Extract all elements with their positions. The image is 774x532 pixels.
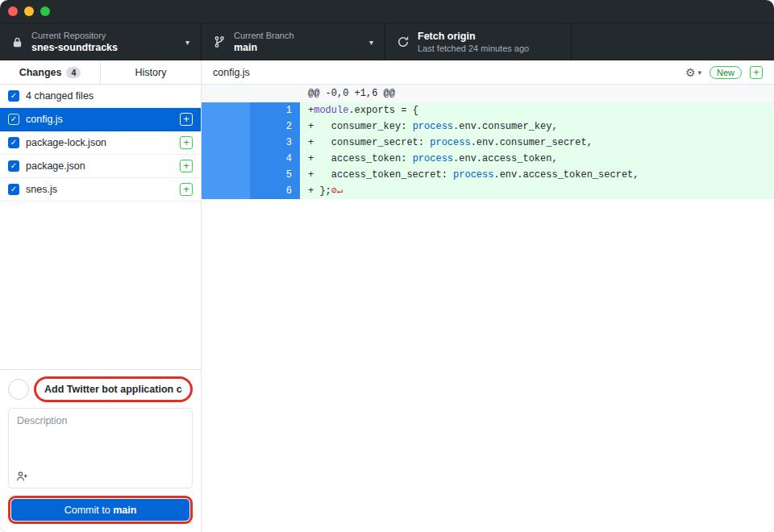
commit-area: Commit to main (0, 369, 201, 532)
file-name: package.json (26, 160, 85, 172)
diff-view: @@ -0,0 +1,6 @@1+module.exports = {2+ co… (202, 85, 774, 532)
diff-gutter-old[interactable] (202, 102, 250, 118)
diff-gutter-new[interactable]: 6 (250, 183, 300, 199)
diff-gutter-old[interactable] (202, 183, 250, 199)
repository-name: snes-soundtracks (31, 41, 118, 54)
code-segment: process (413, 121, 453, 132)
chevron-down-icon: ▾ (363, 38, 373, 47)
diff-code: + access_token_secret: process.env.acces… (300, 167, 774, 183)
tab-history-label: History (135, 67, 167, 78)
diff-line[interactable]: 6+ };⊘↵ (202, 183, 774, 199)
hunk-header-row: @@ -0,0 +1,6 @@ (202, 85, 774, 102)
file-name: package-lock.json (26, 137, 106, 148)
plus-square-icon[interactable]: + (750, 66, 763, 79)
file-row[interactable]: ✓config.js+ (0, 108, 201, 131)
code-segment: .exports = { (348, 105, 418, 116)
diff-gutter-new[interactable]: 3 (250, 135, 300, 151)
diff-code: + };⊘↵ (300, 183, 774, 199)
diff-line[interactable]: 1+module.exports = { (202, 102, 774, 118)
diff-line[interactable]: 2+ consumer_key: process.env.consumer_ke… (202, 118, 774, 135)
main-panel: config.js ⚙ ▾ New + @@ -0,0 +1,6 @@1+mod… (202, 60, 774, 532)
hunk-gutter (202, 85, 250, 102)
repository-picker[interactable]: Current Repository snes-soundtracks ▾ (0, 23, 202, 60)
code-segment: process (430, 137, 470, 148)
changed-files-summary-row: ✓ 4 changed files (0, 85, 201, 108)
diff-gutter-new[interactable]: 4 (250, 151, 300, 167)
code-segment: module (314, 105, 348, 116)
add-coauthor-icon[interactable] (15, 470, 28, 483)
commit-summary-row (8, 376, 193, 402)
diff-gutter-old[interactable] (202, 135, 250, 151)
code-segment: + }; (308, 185, 331, 197)
plus-icon[interactable]: + (180, 183, 193, 196)
sidebar: Changes 4 History ✓ 4 changed files ✓con… (0, 60, 202, 532)
diff-options-button[interactable]: ⚙ ▾ (685, 67, 701, 78)
diff-file-header: config.js ⚙ ▾ New + (202, 60, 774, 85)
commit-summary-input[interactable] (36, 379, 190, 400)
code-segment: .env.access_token_secret, (493, 169, 639, 181)
plus-icon[interactable]: + (180, 160, 193, 172)
file-checkbox[interactable]: ✓ (8, 137, 19, 148)
code-segment: .env.consumer_key, (453, 121, 558, 132)
file-checkbox[interactable]: ✓ (8, 114, 19, 125)
plus-icon[interactable]: + (180, 136, 193, 149)
branch-picker[interactable]: Current Branch main ▾ (202, 23, 385, 60)
branch-label: Current Branch (234, 30, 294, 41)
diff-code: + access_token: process.env.access_token… (300, 151, 774, 167)
tab-changes-label: Changes (19, 67, 62, 78)
file-checkbox[interactable]: ✓ (8, 160, 19, 172)
diff-code: +module.exports = { (300, 102, 774, 118)
diff-code: + consumer_secret: process.env.consumer_… (300, 135, 774, 151)
code-segment: .env.consumer_secret, (471, 137, 593, 148)
code-segment: + consumer_key: (308, 121, 413, 132)
commit-button[interactable]: Commit to main (11, 499, 189, 521)
code-segment: + access_token_secret: (308, 169, 453, 181)
changed-files-count: 4 changed files (26, 90, 94, 102)
diff-code: + consumer_key: process.env.consumer_key… (300, 118, 774, 135)
commit-description-input[interactable] (9, 409, 192, 467)
repository-label: Current Repository (31, 30, 118, 41)
file-checkbox[interactable]: ✓ (8, 184, 19, 195)
diff-gutter-old[interactable] (202, 151, 250, 167)
select-all-checkbox[interactable]: ✓ (8, 90, 19, 102)
fetch-origin-button[interactable]: Fetch origin Last fetched 24 minutes ago (385, 23, 572, 60)
zoom-button[interactable] (40, 6, 50, 16)
new-file-badge: New (710, 66, 742, 79)
code-segment: .env.access_token, (453, 153, 558, 164)
hunk-header-text: @@ -0,0 +1,6 @@ (300, 85, 774, 102)
file-row[interactable]: ✓package-lock.json+ (0, 131, 201, 155)
app-window: Current Repository snes-soundtracks ▾ Cu… (0, 0, 774, 532)
commit-button-branch: main (113, 505, 136, 516)
commit-button-prefix: Commit to (64, 505, 113, 516)
diff-line[interactable]: 5+ access_token_secret: process.env.acce… (202, 167, 774, 183)
gear-icon: ⚙ (685, 67, 696, 78)
diff-filename: config.js (213, 67, 250, 78)
chevron-down-icon: ▾ (179, 38, 189, 47)
annotation-highlight-summary (34, 376, 193, 402)
chevron-down-icon: ▾ (697, 69, 701, 77)
changes-count-badge: 4 (66, 67, 81, 78)
minimize-button[interactable] (24, 6, 34, 16)
code-segment: + consumer_secret: (308, 137, 430, 148)
file-row[interactable]: ✓package.json+ (0, 155, 201, 178)
branch-icon (213, 35, 226, 48)
tab-changes[interactable]: Changes 4 (0, 60, 101, 84)
toolbar: Current Repository snes-soundtracks ▾ Cu… (0, 23, 774, 60)
diff-header-controls: ⚙ ▾ New + (685, 66, 763, 79)
sync-icon (397, 35, 410, 48)
diff-gutter-new[interactable]: 5 (250, 167, 300, 183)
file-row[interactable]: ✓snes.js+ (0, 178, 201, 202)
diff-gutter-new[interactable]: 1 (250, 102, 300, 118)
file-list: ✓config.js+✓package-lock.json+✓package.j… (0, 108, 201, 369)
close-button[interactable] (8, 6, 18, 16)
diff-line[interactable]: 4+ access_token: process.env.access_toke… (202, 151, 774, 167)
diff-gutter-old[interactable] (202, 118, 250, 135)
tab-history[interactable]: History (101, 60, 201, 84)
fetch-title: Fetch origin (418, 30, 529, 43)
code-segment: ⊘↵ (331, 185, 343, 197)
diff-gutter-old[interactable] (202, 167, 250, 183)
plus-icon[interactable]: + (180, 113, 193, 126)
diff-gutter-new[interactable]: 2 (250, 118, 300, 135)
diff-line[interactable]: 3+ consumer_secret: process.env.consumer… (202, 135, 774, 151)
titlebar (0, 0, 774, 23)
